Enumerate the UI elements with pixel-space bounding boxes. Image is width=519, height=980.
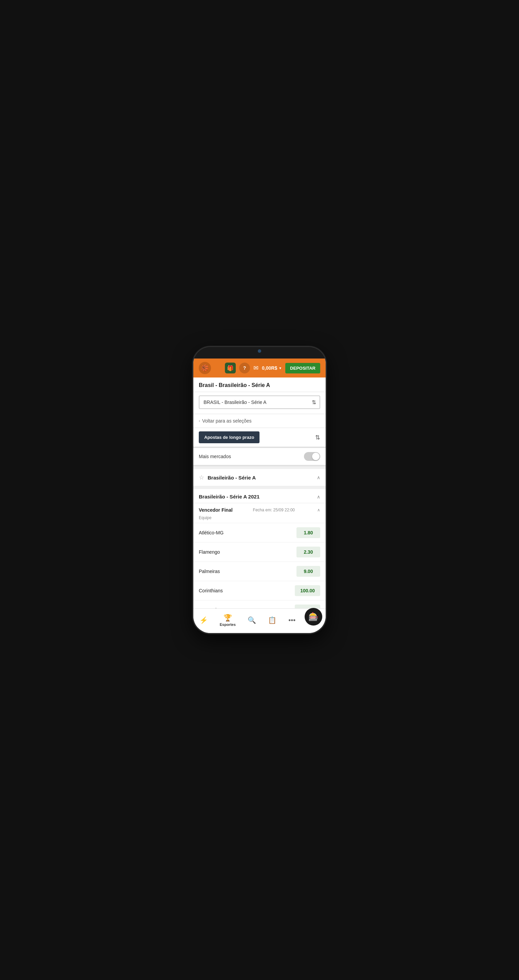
odd-button-corinthians[interactable]: 100.00 (295, 585, 320, 596)
market-header: Vencedor Final Fecha em: 25/09 22:00 ∧ (193, 503, 326, 515)
gift-icon[interactable]: 🎁 (225, 363, 236, 374)
more-markets-label: Mais mercados (199, 454, 231, 459)
main-content: Brasil - Brasileirão - Série A BRASIL - … (193, 377, 326, 608)
collapse-icon[interactable]: ∧ (317, 475, 320, 480)
section-title: Brasileirão - Série A (208, 475, 313, 480)
league-select[interactable]: BRASIL - Brasileirão - Série A (199, 395, 320, 409)
screen: 🏀 🎁 ? ✉ 0,00R$ ▼ DEPOSITAR Brasil - Bras… (193, 358, 326, 633)
filter-bar: Apostas de longo prazo ⇅ (193, 428, 326, 448)
more-markets-toggle[interactable] (304, 452, 320, 461)
team-name-atletico: Atlético-MG (199, 530, 224, 535)
market-collapse-icon[interactable]: ∧ (317, 508, 320, 512)
long-term-bets-button[interactable]: Apostas de longo prazo (199, 431, 260, 443)
lightning-icon: ⚡ (200, 616, 208, 624)
odd-button-palmeiras[interactable]: 9.00 (297, 566, 320, 577)
balance-display[interactable]: 0,00R$ ▼ (262, 365, 282, 371)
balance-dropdown-arrow: ▼ (278, 366, 282, 370)
card-header: Brasileirão - Série A 2021 ∧ (193, 489, 326, 503)
nav-item-more[interactable]: ••• (286, 615, 298, 625)
deposit-button[interactable]: DEPOSITAR (285, 363, 320, 374)
market-name: Vencedor Final (199, 507, 233, 513)
more-icon: ••• (288, 616, 295, 624)
more-markets-row: Mais mercados (193, 448, 326, 466)
nav-item-lightning[interactable]: ⚡ (197, 615, 211, 625)
gift-emoji: 🎁 (227, 365, 234, 371)
bet-row: Corinthians 100.00 (193, 581, 326, 600)
sports-label: Esportes (220, 622, 236, 627)
betslip-icon: 📋 (268, 616, 276, 624)
notch-area (193, 347, 326, 358)
market-date: Fecha em: 25/09 22:00 (253, 508, 295, 512)
bet-row: Flamengo 2.30 (193, 542, 326, 562)
mail-icon[interactable]: ✉ (253, 364, 259, 372)
balance-amount: 0,00R$ (262, 365, 277, 371)
nav-item-search[interactable]: 🔍 (245, 615, 259, 625)
toggle-knob (312, 453, 319, 460)
back-chevron-icon: ‹ (199, 418, 200, 423)
bet-row: Bragantino 100.00 (193, 600, 326, 608)
card-title: Brasileirão - Série A 2021 (199, 494, 260, 500)
notch (239, 347, 280, 355)
card-collapse-icon[interactable]: ∧ (317, 494, 320, 500)
app-logo[interactable]: 🏀 (199, 362, 211, 374)
casino-button[interactable]: 🎰 (305, 608, 322, 625)
team-name-flamengo: Flamengo (199, 549, 220, 555)
odd-button-flamengo[interactable]: 2.30 (297, 547, 320, 557)
odd-button-atletico[interactable]: 1.80 (297, 527, 320, 538)
league-selector-wrapper: BRASIL - Brasileirão - Série A ⇅ (193, 392, 326, 414)
back-link[interactable]: ‹ Voltar para as seleções (193, 414, 326, 428)
star-icon[interactable]: ☆ (199, 474, 204, 481)
market-subheader: Equipe (193, 515, 326, 523)
odd-button-bragantino[interactable]: 100.00 (295, 605, 320, 608)
app-header: 🏀 🎁 ? ✉ 0,00R$ ▼ DEPOSITAR (193, 358, 326, 377)
sports-icon: 🏆 (224, 614, 232, 622)
bottom-navigation: ⚡ 🏆 Esportes 🔍 📋 ••• 🎰 (193, 608, 326, 633)
camera (258, 349, 261, 353)
page-title: Brasil - Brasileirão - Série A (193, 377, 326, 392)
betting-card: Brasileirão - Série A 2021 ∧ Vencedor Fi… (193, 489, 326, 608)
filter-icon[interactable]: ⇅ (315, 434, 320, 441)
select-container: BRASIL - Brasileirão - Série A ⇅ (199, 395, 320, 409)
bet-row: Atlético-MG 1.80 (193, 523, 326, 542)
bet-row: Palmeiras 9.00 (193, 562, 326, 581)
search-icon: 🔍 (248, 616, 256, 624)
nav-item-betslip[interactable]: 📋 (265, 615, 279, 625)
section-header: ☆ Brasileirão - Série A ∧ (193, 469, 326, 486)
team-name-corinthians: Corinthians (199, 588, 223, 593)
help-button[interactable]: ? (239, 363, 250, 374)
phone-frame: 🏀 🎁 ? ✉ 0,00R$ ▼ DEPOSITAR Brasil - Bras… (193, 347, 326, 633)
back-link-label: Voltar para as seleções (202, 418, 252, 423)
casino-icon: 🎰 (308, 612, 319, 622)
nav-item-sports[interactable]: 🏆 Esportes (217, 612, 238, 628)
team-name-palmeiras: Palmeiras (199, 569, 220, 574)
